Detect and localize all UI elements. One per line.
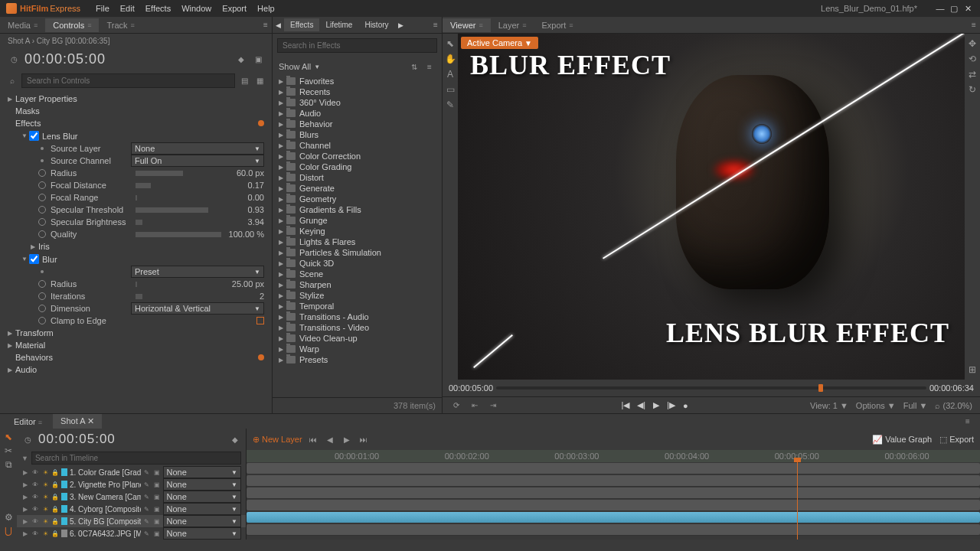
fx-folder[interactable]: ▶Presets [273,354,442,365]
tab-editor[interactable]: Editor ≡ [6,415,50,429]
fx-folder[interactable]: ▶360° Video [273,97,442,108]
list-view-icon[interactable]: ▤ [238,75,250,87]
snap-tool-icon[interactable]: ⊞ [967,364,978,375]
zoom-dropdown[interactable]: ⌕ (32.0%) [935,401,972,410]
clock-icon[interactable]: ◷ [8,54,20,66]
menu-export[interactable]: Export [222,4,247,13]
tl-nav-next-kf[interactable]: ▶ [341,433,353,445]
keyframe-toggle[interactable] [38,169,46,177]
keyframe-toggle[interactable] [38,206,46,214]
new-layer-button[interactable]: ⊕ New Layer [253,435,302,445]
audio-node[interactable]: ▶Audio [0,364,272,376]
keyframe-toggle[interactable] [38,280,46,288]
fx-folder[interactable]: ▶Sharpen [273,279,442,290]
track-row[interactable]: ▶👁☀🔒2. Vignette Pro [Plane]✎▣None▼ [17,478,246,491]
scrub-bar[interactable] [496,386,926,390]
tl-snap-tool[interactable]: ⧉ [3,459,14,470]
tl-nav-prev-kf[interactable]: ◀ [324,433,336,445]
fx-folder[interactable]: ▶Warp [273,344,442,354]
layer-properties-node[interactable]: ▶Layer Properties [0,93,272,105]
viewer-canvas[interactable]: Active Camera ▼ BLUR EFFECT LENS BLUR EF… [458,34,965,380]
track-row[interactable]: ▶👁☀🔒3. New Camera [Camera]✎▣None▼ [17,491,246,503]
step-fwd-button[interactable]: |▶ [667,400,675,410]
sort-icon[interactable]: ⇅ [408,60,420,73]
fx-folder[interactable]: ▶Lights & Flares [273,236,442,247]
fx-folder[interactable]: ▶Quick 3D [273,258,442,269]
tl-kf-icon[interactable]: ◆ [229,433,241,445]
blur-preset-dropdown[interactable]: Preset▼ [131,266,264,278]
blend-mode-dropdown[interactable]: None▼ [163,503,242,515]
track-row[interactable]: ▶👁☀🔒6. 0C7A6432.JPG [Media]✎▣None▼ [17,527,246,540]
fx-folder[interactable]: ▶Color Correction [273,151,442,161]
step-back-button[interactable]: ◀| [637,400,645,410]
radius-slider[interactable] [136,171,221,176]
panel-menu-icon[interactable]: ≡ [260,19,272,31]
panel-toggle-icon[interactable]: ▣ [252,54,264,66]
keyframe-toggle[interactable] [38,194,46,201]
keyframe-toggle[interactable] [38,305,46,312]
blend-mode-dropdown[interactable]: None▼ [163,466,242,478]
record-button[interactable]: ● [683,401,688,410]
fx-folder[interactable]: ▶Distort [273,172,442,183]
keyframe-toggle[interactable] [38,317,46,324]
hand-tool-icon[interactable]: ✋ [445,54,456,64]
fx-folder[interactable]: ▶Transitions - Video [273,322,442,333]
loop-icon[interactable]: ⟳ [450,399,462,412]
effects-nav-next[interactable]: ▶ [395,21,407,29]
fx-folder[interactable]: ▶Gradients & Fills [273,204,442,215]
tl-slice-tool[interactable]: ✂ [3,445,14,456]
fx-folder[interactable]: ▶Video Clean-up [273,333,442,344]
tab-viewer[interactable]: Viewer ≡ [443,18,491,32]
timeline-ruler[interactable]: 00:00:01:00 00:00:02:00 00:00:03:00 00:0… [247,450,980,462]
tab-controls[interactable]: Controls ≡ [45,18,99,32]
search-controls-input[interactable] [21,73,235,88]
keyframe-toggle[interactable] [38,218,46,226]
masks-node[interactable]: Masks [0,105,272,117]
fx-folder[interactable]: ▶Generate [273,183,442,194]
text-tool-icon[interactable]: A [445,69,456,80]
keyframe-toggle[interactable] [38,230,46,238]
tab-lifetime[interactable]: Lifetime [319,18,358,31]
out-point-icon[interactable]: ⇥ [487,399,499,412]
fx-folder[interactable]: ▶Particles & Simulation [273,247,442,258]
in-point-icon[interactable]: ⇤ [469,399,481,412]
orbit-tool-icon[interactable]: ⟲ [967,54,978,64]
keyframe-toggle[interactable] [38,181,46,189]
maximize-button[interactable]: ▢ [948,3,960,14]
track-row[interactable]: ▶👁☀🔒4. Cyborg [Composite]✎▣None▼ [17,503,246,515]
fx-folder[interactable]: ▶Color Grading [273,161,442,172]
iterations-slider[interactable] [136,294,221,299]
source-layer-dropdown[interactable]: None▼ [131,142,264,155]
menu-window[interactable]: Window [181,4,211,13]
fx-folder[interactable]: ▶Stylize [273,290,442,301]
fx-folder[interactable]: ▶Temporal [273,301,442,311]
tab-shot-a[interactable]: Shot A ✕ [53,414,102,429]
editor-panel-menu[interactable]: ≡ [962,416,974,428]
select-tool-icon[interactable]: ⬉ [445,38,456,49]
value-graph-button[interactable]: 📈 Value Graph [872,435,932,445]
view-dropdown[interactable]: View: 1 ▼ [810,401,848,410]
blend-mode-dropdown[interactable]: None▼ [163,515,242,527]
tab-history[interactable]: History [358,18,394,31]
fx-folder[interactable]: ▶Blurs [273,129,442,140]
tl-export-button[interactable]: ⬚ Export [939,435,974,445]
effects-node[interactable]: Effects [0,117,272,129]
search-effects-input[interactable] [277,38,437,53]
lens-blur-node[interactable]: ▼Lens Blur [0,129,272,142]
behaviors-node[interactable]: Behaviors [0,351,272,364]
tab-track[interactable]: Track ≡ [99,18,142,32]
iris-node[interactable]: ▶Iris [0,240,272,253]
focal-distance-slider[interactable] [136,183,221,188]
focal-range-slider[interactable] [136,195,221,201]
tl-settings-icon[interactable]: ⚙ [3,512,14,523]
spec-threshold-slider[interactable] [136,207,221,213]
tab-media[interactable]: Media ≡ [0,18,45,32]
pen-tool-icon[interactable]: ✎ [445,99,456,110]
transform-node[interactable]: ▶Transform [0,327,272,339]
quality-dropdown[interactable]: Full ▼ [903,401,928,410]
tl-search-input[interactable] [31,452,241,465]
clamp-checkbox[interactable] [256,317,264,324]
play-button[interactable]: ▶ [653,400,659,410]
prev-frame-button[interactable]: |◀ [621,400,629,410]
tl-clock-icon[interactable]: ◷ [21,433,34,445]
